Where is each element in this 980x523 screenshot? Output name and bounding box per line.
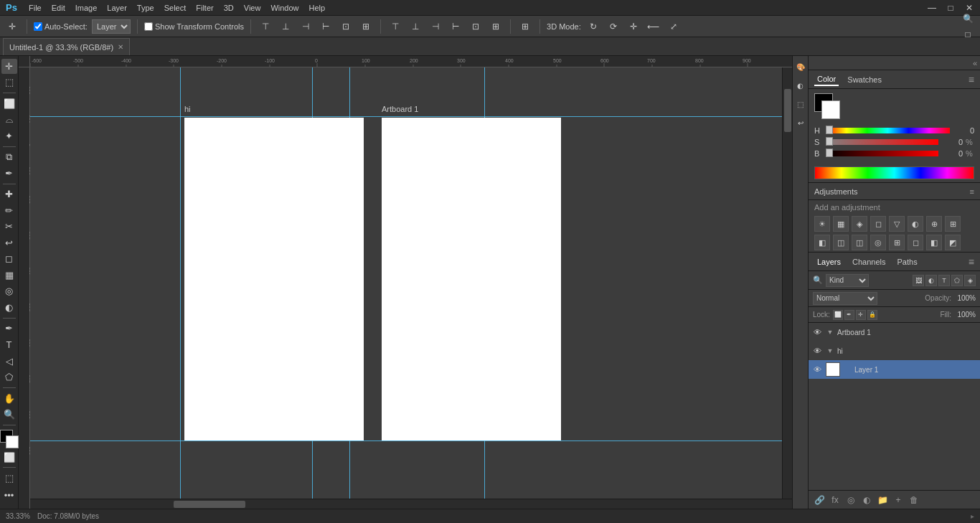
show-transform-checkbox[interactable] (144, 22, 153, 31)
move-tool[interactable]: ✛ (1, 59, 17, 74)
tab-close-btn[interactable]: ✕ (118, 43, 123, 51)
selectivecolor-adj[interactable]: ◩ (945, 235, 961, 250)
3d-drag-icon[interactable]: ✛ (626, 19, 641, 34)
menu-edit[interactable]: Edit (47, 2, 70, 14)
pen-tool[interactable]: ✒ (1, 321, 17, 336)
color-panel-menu-btn[interactable]: ≡ (969, 74, 974, 85)
background-color[interactable] (6, 435, 19, 448)
posterize-adj[interactable]: ⊞ (889, 235, 905, 250)
brightness-contrast-adj[interactable]: ☀ (814, 216, 830, 232)
align-vcenter-icon[interactable]: ⊥ (278, 19, 293, 34)
gradientmap-adj[interactable]: ◧ (926, 235, 942, 250)
layer-artboard1[interactable]: 👁 ▼ Artboard 1 (809, 323, 980, 341)
color-swatch[interactable] (0, 430, 19, 448)
align-hcenter-icon[interactable]: ⊡ (338, 19, 354, 34)
layer-1[interactable]: 👁 Layer 1 (809, 360, 980, 379)
search-icon[interactable]: 🔍 (960, 11, 976, 27)
adjustments-menu-btn[interactable]: ≡ (970, 187, 974, 196)
vibrance-adj[interactable]: ▽ (889, 216, 905, 232)
color-spectrum[interactable] (814, 166, 974, 179)
type-tool[interactable]: T (1, 337, 17, 352)
eraser-tool[interactable]: ◻ (1, 252, 17, 267)
lock-all-icon[interactable]: 🔒 (867, 310, 877, 320)
workspace-icon[interactable]: □ (960, 27, 976, 42)
extras-btn[interactable]: ••• (1, 487, 17, 503)
marquee-tool[interactable]: ⬜ (1, 96, 17, 111)
paths-tab[interactable]: Paths (895, 256, 920, 268)
filter-shape-icon[interactable]: ⬠ (951, 275, 963, 286)
lasso-tool[interactable]: ⌓ (1, 113, 17, 128)
layer-hi[interactable]: 👁 ▼ hi (809, 341, 980, 360)
curves-adj[interactable]: ◈ (852, 216, 867, 232)
colorlookup-adj[interactable]: ◫ (852, 235, 867, 250)
screen-mode-btn[interactable]: ⬚ (1, 471, 17, 486)
hand-tool[interactable]: ✋ (1, 391, 17, 406)
eye-artboard1[interactable]: 👁 (811, 326, 823, 338)
add-group-btn[interactable]: 📁 (876, 494, 889, 506)
artboard-1[interactable]: Artboard 1 (382, 118, 561, 440)
lock-artboard-icon[interactable]: ✛ (856, 310, 866, 320)
history-tool[interactable]: ↩ (1, 235, 17, 250)
3d-slide-icon[interactable]: ⟵ (646, 19, 661, 34)
auto-align-icon[interactable]: ⊞ (517, 19, 533, 34)
saturation-thumb[interactable] (826, 137, 833, 146)
wand-tool[interactable]: ✦ (1, 128, 17, 143)
artboard-tool[interactable]: ⬚ (1, 75, 17, 90)
menu-file[interactable]: File (24, 2, 46, 14)
history-panel-icon[interactable]: ↩ (793, 115, 809, 131)
clone-tool[interactable]: ✂ (1, 220, 17, 235)
hue-slider[interactable] (826, 127, 950, 134)
filter-pixel-icon[interactable]: 🖼 (913, 275, 924, 286)
quick-mask-tool[interactable]: ⬜ (1, 450, 17, 465)
3d-rotate-icon[interactable]: ↻ (585, 19, 601, 34)
threshold-adj[interactable]: ◻ (908, 235, 923, 250)
distribute-bottom-icon[interactable]: ⊣ (428, 19, 443, 34)
filter-smart-icon[interactable]: ◈ (964, 275, 976, 286)
menu-window[interactable]: Window (266, 2, 303, 14)
add-layer-btn[interactable]: + (892, 494, 905, 506)
layers-tab[interactable]: Layers (814, 256, 844, 268)
channels-tab[interactable]: Channels (849, 256, 888, 268)
colorbalance-adj[interactable]: ⊕ (926, 216, 942, 232)
layers-panel-icon[interactable]: ⬚ (793, 96, 809, 112)
align-bottom-icon[interactable]: ⊣ (298, 19, 314, 34)
add-style-btn[interactable]: fx (829, 494, 842, 506)
distribute-right-icon[interactable]: ⊞ (488, 19, 504, 34)
distribute-left-icon[interactable]: ⊢ (448, 19, 463, 34)
maximize-btn[interactable]: □ (943, 0, 958, 16)
add-adjustment-btn[interactable]: ◐ (860, 494, 873, 506)
background-color-swatch[interactable] (821, 100, 840, 119)
brightness-thumb[interactable] (826, 149, 833, 157)
distribute-hcenter-icon[interactable]: ⊡ (468, 19, 484, 34)
arrow-hi[interactable]: ▼ (826, 347, 834, 355)
zoom-tool[interactable]: 🔍 (1, 407, 17, 422)
align-left-icon[interactable]: ⊢ (318, 19, 334, 34)
blend-mode-select[interactable]: Normal (813, 292, 877, 305)
layers-menu-btn[interactable]: ≡ (969, 256, 974, 268)
auto-select-type[interactable]: Layer (92, 19, 131, 34)
eye-layer1[interactable]: 👁 (811, 364, 823, 375)
blur-tool[interactable]: ◎ (1, 284, 17, 299)
hsl-adj[interactable]: ◐ (908, 216, 923, 232)
menu-select[interactable]: Select (160, 2, 191, 14)
saturation-slider[interactable] (826, 138, 938, 146)
canvas-area[interactable]: -600 -500 -400 -300 -200 -100 0 100 200 … (19, 56, 792, 509)
add-mask-btn[interactable]: ◎ (844, 494, 857, 506)
arrow-artboard1[interactable]: ▼ (826, 328, 834, 336)
brightness-slider[interactable] (826, 150, 938, 157)
channelmixer-adj[interactable]: ◫ (833, 235, 849, 250)
delete-layer-btn[interactable]: 🗑 (908, 494, 920, 506)
horizontal-scrollbar[interactable] (30, 499, 792, 509)
hue-thumb[interactable] (826, 126, 833, 134)
fg-bg-color-swatch[interactable] (814, 93, 840, 119)
color-panel-icon[interactable]: 🎨 (793, 59, 809, 75)
3d-roll-icon[interactable]: ⟳ (606, 19, 621, 34)
path-tool[interactable]: ◁ (1, 354, 17, 369)
lock-pixels-icon[interactable]: ⬜ (833, 310, 843, 320)
menu-filter[interactable]: Filter (192, 2, 217, 14)
3d-scale-icon[interactable]: ⤢ (666, 19, 682, 34)
lock-position-icon[interactable]: ✒ (844, 310, 854, 320)
gradient-tool[interactable]: ▦ (1, 268, 17, 283)
levels-adj[interactable]: ▦ (833, 216, 849, 232)
exposure-adj[interactable]: ◻ (870, 216, 886, 232)
